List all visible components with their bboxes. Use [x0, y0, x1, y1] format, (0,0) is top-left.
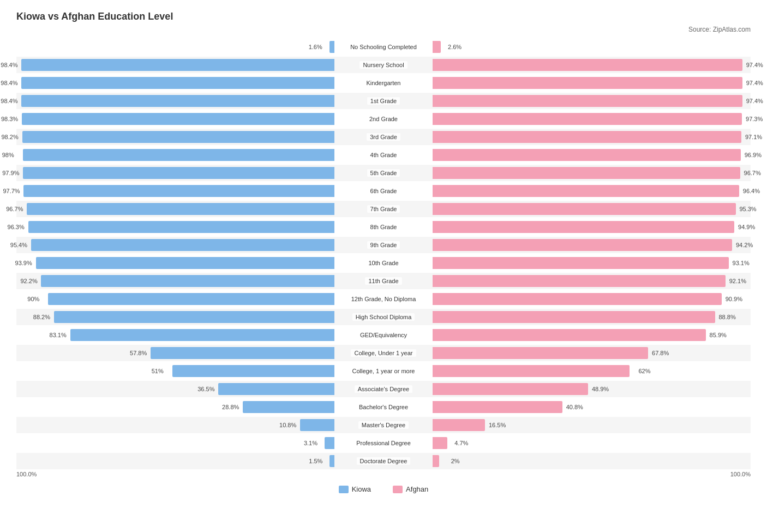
val-afghan: 97.4% [746, 98, 763, 104]
table-row: 98% 4th Grade 96.9% [16, 147, 751, 163]
bar-kiowa: 92.2% [41, 275, 334, 287]
bar-afghan: 97.1% [433, 131, 741, 143]
row-label: 11th Grade [365, 277, 402, 285]
table-row: 1.5% Doctorate Degree 2% [16, 453, 751, 469]
val-kiowa: 1.5% [309, 458, 322, 464]
val-afghan: 88.8% [719, 314, 736, 320]
row-label: 3rd Grade [367, 133, 400, 141]
val-kiowa: 83.1% [50, 332, 67, 338]
row-label: 10th Grade [365, 259, 402, 267]
table-row: 57.8% College, Under 1 year 67.8% [16, 345, 751, 361]
val-kiowa: 98.4% [1, 80, 17, 86]
row-label: 1st Grade [367, 97, 400, 105]
bar-kiowa: 1.5% [329, 455, 334, 467]
chart-title: Kiowa vs Afghan Education Level [16, 11, 751, 22]
source-label: Source: ZipAtlas.com [16, 26, 751, 33]
val-afghan: 96.7% [744, 170, 761, 176]
table-row: 97.7% 6th Grade 96.4% [16, 183, 751, 199]
val-afghan: 2.6% [448, 44, 462, 50]
bar-kiowa: 98.3% [22, 113, 334, 125]
val-kiowa: 98% [2, 152, 14, 158]
val-kiowa: 98.3% [1, 116, 18, 122]
bar-kiowa: 96.3% [28, 221, 334, 233]
table-row: 96.7% 7th Grade 95.3% [16, 201, 751, 217]
val-kiowa: 57.8% [130, 350, 147, 356]
table-row: 98.4% 1st Grade 97.4% [16, 93, 751, 109]
row-label: Master's Degree [358, 421, 409, 429]
table-row: 51% College, 1 year or more 62% [16, 363, 751, 379]
bar-kiowa: 90% [48, 293, 334, 305]
bar-kiowa: 88.2% [54, 311, 334, 323]
row-label: 8th Grade [367, 223, 400, 231]
table-row: 1.6% No Schooling Completed 2.6% [16, 39, 751, 55]
val-afghan: 67.8% [652, 350, 669, 356]
row-label: 5th Grade [367, 169, 400, 177]
val-afghan: 4.7% [454, 440, 468, 446]
val-afghan: 95.3% [739, 206, 756, 212]
val-afghan: 96.9% [745, 152, 762, 158]
val-kiowa: 88.2% [33, 314, 50, 320]
table-row: 10.8% Master's Degree 16.5% [16, 417, 751, 433]
val-kiowa: 96.3% [8, 224, 25, 230]
legend-kiowa-label: Kiowa [352, 485, 371, 493]
legend-afghan-box [393, 486, 403, 493]
bar-afghan: 90.9% [433, 293, 722, 305]
val-kiowa: 96.7% [6, 206, 23, 212]
bar-kiowa: 98.2% [22, 131, 335, 143]
table-row: 97.9% 5th Grade 96.7% [16, 165, 751, 181]
bar-kiowa: 51% [172, 365, 334, 377]
legend-kiowa-box [339, 486, 349, 493]
bar-afghan: 62% [433, 365, 630, 377]
val-afghan: 2% [451, 458, 460, 464]
axis-labels: 100.0% 100.0% [16, 471, 751, 480]
table-row: 98.2% 3rd Grade 97.1% [16, 129, 751, 145]
bar-afghan: 67.8% [433, 347, 648, 359]
bar-kiowa: 95.4% [31, 239, 334, 251]
axis-right: 100.0% [730, 471, 751, 477]
val-kiowa: 90% [27, 296, 39, 302]
row-label: Doctorate Degree [357, 457, 411, 465]
row-label: Professional Degree [353, 439, 414, 447]
bar-afghan: 94.2% [433, 239, 732, 251]
val-afghan: 16.5% [489, 422, 506, 428]
bar-afghan: 97.4% [433, 95, 742, 107]
val-afghan: 97.4% [746, 80, 763, 86]
table-row: 83.1% GED/Equivalency 85.9% [16, 327, 751, 343]
bar-kiowa: 96.7% [27, 203, 334, 215]
val-kiowa: 98.2% [2, 134, 19, 140]
row-label: College, Under 1 year [351, 349, 416, 357]
chart-area: 1.6% No Schooling Completed 2.6% 98.4% N… [16, 39, 751, 469]
bar-afghan: 48.9% [433, 383, 588, 395]
val-afghan: 96.4% [743, 188, 760, 194]
legend-kiowa: Kiowa [339, 485, 371, 493]
val-kiowa: 36.5% [197, 386, 214, 392]
table-row: 92.2% 11th Grade 92.1% [16, 273, 751, 289]
bar-kiowa: 93.9% [36, 257, 334, 269]
bar-kiowa: 28.8% [243, 401, 334, 413]
table-row: 93.9% 10th Grade 93.1% [16, 255, 751, 271]
val-afghan: 97.3% [746, 116, 763, 122]
bar-afghan: 95.3% [433, 203, 736, 215]
row-label: 6th Grade [367, 187, 400, 195]
bar-afghan: 2% [433, 455, 439, 467]
bar-afghan: 92.1% [433, 275, 726, 287]
val-kiowa: 28.8% [222, 404, 239, 410]
bar-kiowa: 10.8% [300, 419, 334, 431]
table-row: 98.4% Kindergarten 97.4% [16, 75, 751, 91]
val-afghan: 48.9% [592, 386, 609, 392]
bar-afghan: 96.4% [433, 185, 739, 197]
val-afghan: 90.9% [726, 296, 742, 302]
val-afghan: 94.9% [738, 224, 755, 230]
val-kiowa: 10.8% [279, 422, 296, 428]
val-kiowa: 92.2% [20, 278, 37, 284]
row-label: No Schooling Completed [347, 43, 420, 51]
bar-afghan: 88.8% [433, 311, 715, 323]
row-label: Associate's Degree [355, 385, 412, 393]
table-row: 95.4% 9th Grade 94.2% [16, 237, 751, 253]
bar-kiowa: 98% [23, 149, 334, 161]
legend: Kiowa Afghan [16, 485, 751, 493]
val-afghan: 40.8% [566, 404, 583, 410]
val-kiowa: 95.4% [10, 242, 27, 248]
bar-kiowa: 98.4% [21, 59, 334, 71]
table-row: 28.8% Bachelor's Degree 40.8% [16, 399, 751, 415]
